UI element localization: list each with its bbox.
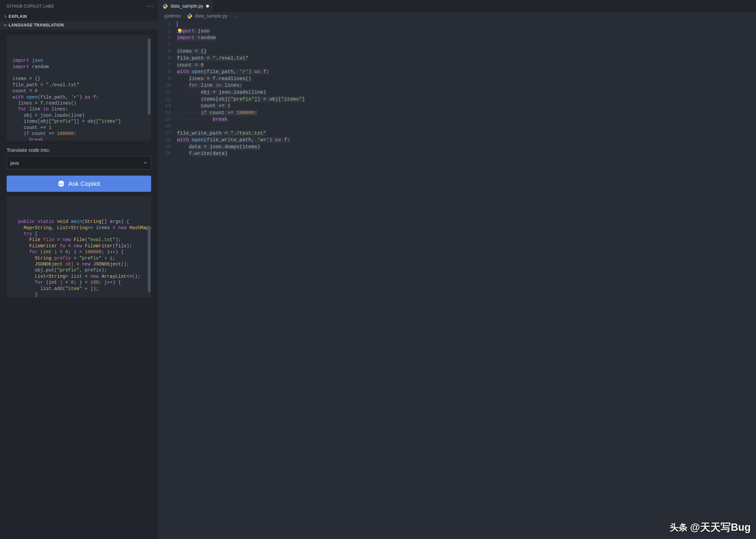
breadcrumb-tail[interactable]: ... xyxy=(234,13,238,19)
scrollbar[interactable] xyxy=(148,39,150,115)
copilot-labs-panel: GITHUB COPILOT LABS ··· EXPLAIN LANGUAGE… xyxy=(0,0,158,539)
tab-bar: data_sample.py xyxy=(158,0,756,12)
chevron-right-icon: › xyxy=(183,13,185,19)
chevron-down-icon xyxy=(3,23,8,27)
translate-into-label: Translate code into: xyxy=(7,147,151,153)
python-file-icon xyxy=(162,3,168,9)
panel-header: GITHUB COPILOT LABS ··· xyxy=(0,0,158,12)
breadcrumb-root[interactable]: pydemo xyxy=(164,13,181,19)
language-select[interactable]: java xyxy=(7,156,151,170)
language-select-value: java xyxy=(10,160,19,166)
section-explain[interactable]: EXPLAIN xyxy=(0,12,158,21)
more-actions-icon[interactable]: ··· xyxy=(147,3,154,10)
editor-pane: data_sample.py pydemo › data_sample.py ›… xyxy=(158,0,756,539)
python-file-icon xyxy=(187,13,192,19)
ask-copilot-button[interactable]: Ask Copilot xyxy=(7,176,151,192)
lightbulb-icon[interactable]: 💡 xyxy=(177,28,183,35)
chevron-right-icon xyxy=(3,15,8,19)
copilot-icon xyxy=(57,180,65,188)
watermark: 头条 @天天写Bug xyxy=(670,520,751,534)
section-explain-label: EXPLAIN xyxy=(9,14,27,19)
chevron-right-icon: › xyxy=(230,13,232,19)
dirty-indicator-icon xyxy=(206,5,209,8)
select-caret-icon xyxy=(143,160,147,166)
ask-copilot-label: Ask Copilot xyxy=(68,180,100,188)
section-translate[interactable]: LANGUAGE TRANSLATION xyxy=(0,21,158,30)
tab-filename: data_sample.py xyxy=(171,3,203,9)
line-number-gutter: 1234567891011121314151617181920 xyxy=(158,21,177,539)
watermark-brand: 头条 xyxy=(670,521,688,533)
scrollbar[interactable] xyxy=(148,226,150,292)
section-translate-label: LANGUAGE TRANSLATION xyxy=(9,23,64,28)
code-editor[interactable]: 1234567891011121314151617181920 💡 import… xyxy=(158,20,756,539)
watermark-handle: @天天写Bug xyxy=(690,520,751,534)
breadcrumb-file[interactable]: data_sample.py xyxy=(195,13,228,19)
source-code-box[interactable]: import jsonimport random items = {}file_… xyxy=(7,36,151,140)
tab-data-sample[interactable]: data_sample.py xyxy=(158,0,214,12)
translate-body: import jsonimport random items = {}file_… xyxy=(0,30,158,539)
panel-title: GITHUB COPILOT LABS xyxy=(7,4,54,9)
code-content[interactable]: 💡 import jsonimport random items = {}fil… xyxy=(177,21,756,539)
breadcrumbs[interactable]: pydemo › data_sample.py › ... xyxy=(158,12,756,20)
translated-code-box[interactable]: public static void main(String[] args) {… xyxy=(7,196,151,297)
